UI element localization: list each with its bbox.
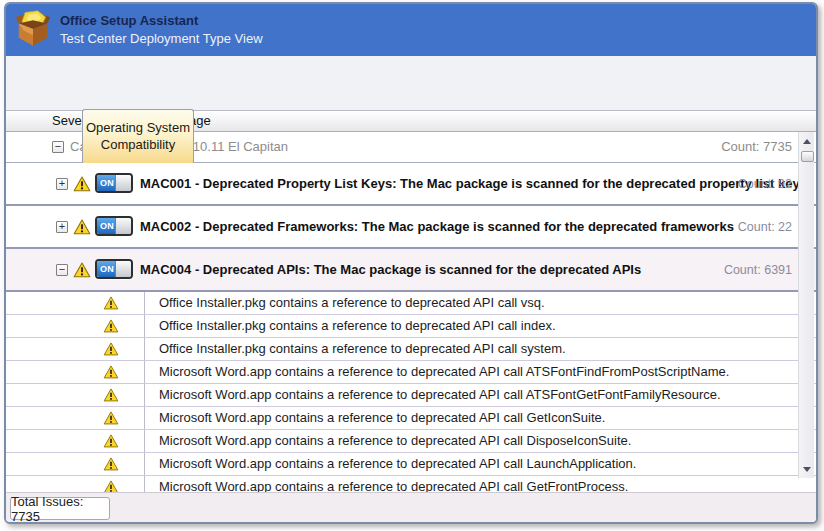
expand-icon[interactable]: + xyxy=(56,221,68,233)
issue-rows: Office Installer.pkg contains a referenc… xyxy=(6,292,816,492)
rule-row[interactable]: + ON MAC001 - Deprecated Property List K… xyxy=(6,163,816,206)
vertical-scrollbar[interactable] xyxy=(798,132,814,478)
warning-icon xyxy=(73,219,91,239)
warning-icon xyxy=(103,365,119,383)
rule-title: MAC001 - Deprecated Property List Keys: … xyxy=(140,163,807,204)
scroll-up-button[interactable] xyxy=(799,133,815,149)
on-off-toggle[interactable]: ON xyxy=(95,173,133,193)
toggle-knob xyxy=(115,261,131,277)
issue-message: Microsoft Word.app contains a reference … xyxy=(144,384,816,406)
issue-row[interactable]: Microsoft Word.app contains a reference … xyxy=(6,430,816,453)
issues-grid: − Category: Mac OS X 10.11 El Capitan Co… xyxy=(6,132,816,492)
rule-count: Count: 6391 xyxy=(724,249,792,290)
expand-icon[interactable]: + xyxy=(56,178,68,190)
on-off-toggle[interactable]: ON xyxy=(95,216,133,236)
rule-title: MAC002 - Deprecated Frameworks: The Mac … xyxy=(140,206,734,247)
issue-message: Microsoft Word.app contains a reference … xyxy=(144,361,816,383)
app-window: Office Setup Assistant Test Center Deplo… xyxy=(4,2,818,524)
warning-icon xyxy=(103,434,119,452)
expand-icon[interactable]: − xyxy=(56,264,68,276)
rule-count: Count: 92 xyxy=(738,163,792,204)
toggle-on-label: ON xyxy=(97,218,117,234)
warning-icon xyxy=(73,176,91,196)
warning-icon xyxy=(103,319,119,337)
category-count: Count: 7735 xyxy=(721,132,792,162)
warning-icon xyxy=(103,457,119,475)
issue-row[interactable]: Microsoft Word.app contains a reference … xyxy=(6,384,816,407)
rule-rows: + ON MAC001 - Deprecated Property List K… xyxy=(6,163,816,292)
toggle-on-label: ON xyxy=(97,261,117,277)
issue-row[interactable]: Microsoft Word.app contains a reference … xyxy=(6,407,816,430)
tab-label: Operating System Compatibility xyxy=(83,120,193,153)
rule-row[interactable]: + ON MAC002 - Deprecated Frameworks: The… xyxy=(6,206,816,249)
issue-message: Microsoft Word.app contains a reference … xyxy=(144,430,816,452)
issue-row[interactable]: Office Installer.pkg contains a referenc… xyxy=(6,292,816,315)
issue-message: Microsoft Word.app contains a reference … xyxy=(144,407,816,429)
issue-row[interactable]: Microsoft Word.app contains a reference … xyxy=(6,476,816,492)
issue-row[interactable]: Microsoft Word.app contains a reference … xyxy=(6,453,816,476)
title-bar: Office Setup Assistant Test Center Deplo… xyxy=(6,4,816,56)
collapse-icon[interactable]: − xyxy=(52,141,64,153)
scrollbar-thumb[interactable] xyxy=(801,151,814,162)
warning-icon xyxy=(73,262,91,282)
toggle-knob xyxy=(115,175,131,191)
total-issues-box: Total Issues: 7735 xyxy=(10,497,110,520)
warning-icon xyxy=(103,296,119,314)
toggle-knob xyxy=(115,218,131,234)
warning-icon xyxy=(103,388,119,406)
issue-row[interactable]: Office Installer.pkg contains a referenc… xyxy=(6,315,816,338)
on-off-toggle[interactable]: ON xyxy=(95,259,133,279)
warning-icon xyxy=(103,480,119,492)
rule-title: MAC004 - Deprecated APIs: The Mac packag… xyxy=(140,249,641,290)
package-icon xyxy=(14,10,52,48)
arrow-up-icon xyxy=(803,139,811,144)
warning-icon xyxy=(103,411,119,429)
issue-message: Office Installer.pkg contains a referenc… xyxy=(144,338,816,360)
issue-row[interactable]: Office Installer.pkg contains a referenc… xyxy=(6,338,816,361)
app-title: Office Setup Assistant xyxy=(60,13,198,28)
issue-row[interactable]: Microsoft Word.app contains a reference … xyxy=(6,361,816,384)
issue-message: Microsoft Word.app contains a reference … xyxy=(144,476,816,492)
scroll-down-button[interactable] xyxy=(799,461,815,477)
issue-message: Office Installer.pkg contains a referenc… xyxy=(144,292,816,314)
toggle-on-label: ON xyxy=(97,175,117,191)
rule-row[interactable]: − ON MAC004 - Deprecated APIs: The Mac p… xyxy=(6,249,816,292)
rule-count: Count: 22 xyxy=(738,206,792,247)
app-subtitle: Test Center Deployment Type View xyxy=(60,31,263,46)
warning-icon xyxy=(103,342,119,360)
tab-operating-system-compatibility[interactable]: Operating System Compatibility xyxy=(82,109,194,163)
tab-strip: Summary Operating System Compatibility B… xyxy=(6,56,816,110)
status-bar: Total Issues: 7735 xyxy=(6,492,816,522)
issue-message: Microsoft Word.app contains a reference … xyxy=(144,453,816,475)
issue-message: Office Installer.pkg contains a referenc… xyxy=(144,315,816,337)
arrow-down-icon xyxy=(803,467,811,472)
